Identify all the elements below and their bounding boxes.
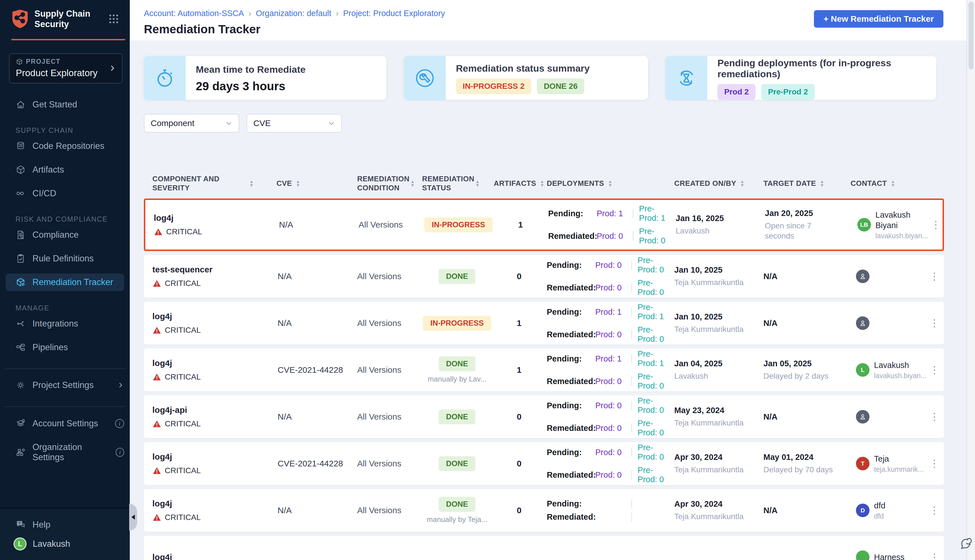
hourglass-cycle-icon <box>666 56 707 100</box>
target-date: Jan 05, 2025 <box>763 359 849 368</box>
sidebar-item-rule-definitions[interactable]: Rule Definitions <box>0 250 130 267</box>
chat-support-icon[interactable] <box>957 535 973 552</box>
remediated-prod: Prod: 0 <box>595 330 630 339</box>
sort-icon[interactable]: ▲▼ <box>296 180 300 187</box>
done-count-badge: DONE 26 <box>537 78 584 94</box>
column-cve: CVE <box>277 179 292 188</box>
table-row[interactable]: log4j CRITICAL N/A All Versions IN-PROGR… <box>144 198 944 251</box>
info-icon[interactable]: i <box>116 448 124 457</box>
critical-severity-icon <box>152 326 161 334</box>
sort-icon[interactable]: ▲▼ <box>475 180 479 187</box>
table-row[interactable]: log4j CRITICAL CVE-2021-44228 All Versio… <box>144 442 944 485</box>
table-row[interactable]: log4j Harness ⋮ <box>144 536 944 560</box>
table-row[interactable]: log4j CRITICAL N/A All Versions DONEmanu… <box>144 489 944 532</box>
sidebar-item-label: Project Settings <box>32 380 93 390</box>
remediated-prod: Prod: 0 <box>595 470 630 480</box>
row-menu-kebab-icon[interactable]: ⋮ <box>927 550 943 560</box>
info-icon[interactable]: i <box>115 419 124 428</box>
row-menu-kebab-icon[interactable]: ⋮ <box>928 217 944 232</box>
column-created-on-by: CREATED ON/BY <box>674 179 736 188</box>
sidebar-item-remediation-tracker[interactable]: Remediation Tracker <box>6 273 124 291</box>
sidebar-item-project-settings[interactable]: Project Settings <box>0 377 130 394</box>
remediation-cube-edit-icon <box>15 277 26 287</box>
table-row[interactable]: log4j-api CRITICAL N/A All Versions DONE… <box>144 395 944 438</box>
chevron-right-icon <box>109 64 116 72</box>
created-by: Teja Kummarikuntla <box>674 418 750 428</box>
sidebar-item-pipelines[interactable]: Pipelines <box>0 338 130 356</box>
row-menu-kebab-icon[interactable]: ⋮ <box>927 409 943 424</box>
deployments-cell: Pending:Prod: 0Pre-Prod: 0 Remediated:Pr… <box>544 396 671 437</box>
component-filter-dropdown[interactable]: Component <box>144 114 239 133</box>
table-row[interactable]: test-sequencer CRITICAL N/A All Versions… <box>144 255 944 298</box>
sidebar-item-cicd[interactable]: CI/CD <box>0 185 130 202</box>
remediated-preprod: Pre-Prod: 0 <box>634 372 671 390</box>
column-contact: CONTACT <box>851 179 887 188</box>
deployments-cell: Pending:Prod: 0Pre-Prod: 0 Remediated:Pr… <box>544 443 671 484</box>
pending-label: Pending: <box>548 209 597 218</box>
sidebar-item-label: Artifacts <box>32 165 64 175</box>
sidebar-collapse-handle[interactable] <box>129 503 137 531</box>
target-date: N/A <box>763 318 849 328</box>
row-menu-kebab-icon[interactable]: ⋮ <box>927 503 943 518</box>
in-progress-count-badge: IN-PROGRESS 2 <box>456 78 531 94</box>
main-content: Account: Automation-SSCA › Organization:… <box>130 0 975 560</box>
pending-prod: Prod: 0 <box>595 260 630 270</box>
breadcrumb-organization-link[interactable]: Organization: default <box>256 9 332 18</box>
breadcrumb-project-link[interactable]: Project: Product Exploratory <box>343 9 445 18</box>
remediation-condition: All Versions <box>356 272 420 281</box>
sort-icon[interactable]: ▲▼ <box>608 180 612 187</box>
sidebar-item-compliance[interactable]: Compliance <box>0 226 130 243</box>
table-body: log4j CRITICAL N/A All Versions IN-PROGR… <box>144 198 944 560</box>
breadcrumb-account-link[interactable]: Account: Automation-SSCA <box>144 9 244 18</box>
sort-icon[interactable]: ▲▼ <box>540 180 544 187</box>
remediated-prod: Prod: 0 <box>595 423 630 433</box>
cve-filter-dropdown[interactable]: CVE <box>247 114 342 133</box>
project-label: PROJECT <box>26 58 61 65</box>
row-menu-kebab-icon[interactable]: ⋮ <box>927 315 943 330</box>
user-menu[interactable]: L Lavakush <box>0 533 130 552</box>
component-name: log4j <box>152 552 277 560</box>
page-scrollbar[interactable] <box>967 0 975 560</box>
project-selector[interactable]: PROJECT Product Exploratory <box>9 53 122 83</box>
critical-severity-icon <box>152 279 161 288</box>
new-remediation-tracker-button[interactable]: + New Remediation Tracker <box>814 10 943 28</box>
pending-preprod: Pre-Prod: 1 <box>634 303 671 321</box>
organization-chart-icon <box>15 447 26 457</box>
contact-name: Harness <box>874 552 905 560</box>
sidebar-item-integrations[interactable]: Integrations <box>0 315 130 332</box>
contact-avatar-placeholder <box>856 410 870 423</box>
status-badge: IN-PROGRESS <box>423 316 491 331</box>
sidebar-item-help[interactable]: ? Help <box>0 516 130 533</box>
gear-icon <box>15 380 26 390</box>
row-menu-kebab-icon[interactable]: ⋮ <box>927 269 943 284</box>
table-row[interactable]: log4j CRITICAL N/A All Versions IN-PROGR… <box>144 302 944 345</box>
artifacts-count: 0 <box>494 459 544 468</box>
sidebar-section-supply-chain: SUPPLY CHAIN <box>0 126 130 135</box>
remediation-condition: All Versions <box>356 459 420 468</box>
contact-email: lavakush.biyan... <box>874 372 925 380</box>
sidebar-item-artifacts[interactable]: Artifacts <box>0 161 130 178</box>
sort-icon[interactable]: ▲▼ <box>820 180 824 187</box>
clipboard-check-icon <box>15 253 26 263</box>
contact-avatar <box>856 550 870 560</box>
status-note: manually by Teja... <box>427 515 488 524</box>
help-chat-icon: ? <box>15 520 26 530</box>
app-switcher-grid-icon[interactable] <box>108 13 120 25</box>
page-header: Account: Automation-SSCA › Organization:… <box>130 0 975 40</box>
row-menu-kebab-icon[interactable]: ⋮ <box>927 456 943 471</box>
sidebar-item-organization-settings[interactable]: Organization Settings i <box>0 438 130 466</box>
sidebar-item-account-settings[interactable]: Account Settings i <box>0 415 130 432</box>
row-menu-kebab-icon[interactable]: ⋮ <box>927 362 943 377</box>
table-row[interactable]: log4j CRITICAL CVE-2021-44228 All Versio… <box>144 348 944 392</box>
contact-name: Teja <box>874 454 924 464</box>
home-icon <box>15 100 26 110</box>
sort-icon[interactable]: ▲▼ <box>411 180 415 187</box>
sidebar-item-label: Get Started <box>32 100 77 110</box>
created-by: Teja Kummarikuntla <box>674 465 750 475</box>
sort-icon[interactable]: ▲▼ <box>249 180 254 187</box>
sort-icon[interactable]: ▲▼ <box>740 180 745 187</box>
sidebar-item-code-repositories[interactable]: Code Repositories <box>0 137 130 155</box>
scrollbar-thumb[interactable] <box>968 2 973 69</box>
sidebar-item-get-started[interactable]: Get Started <box>0 96 130 113</box>
sort-icon[interactable]: ▲▼ <box>891 180 895 187</box>
